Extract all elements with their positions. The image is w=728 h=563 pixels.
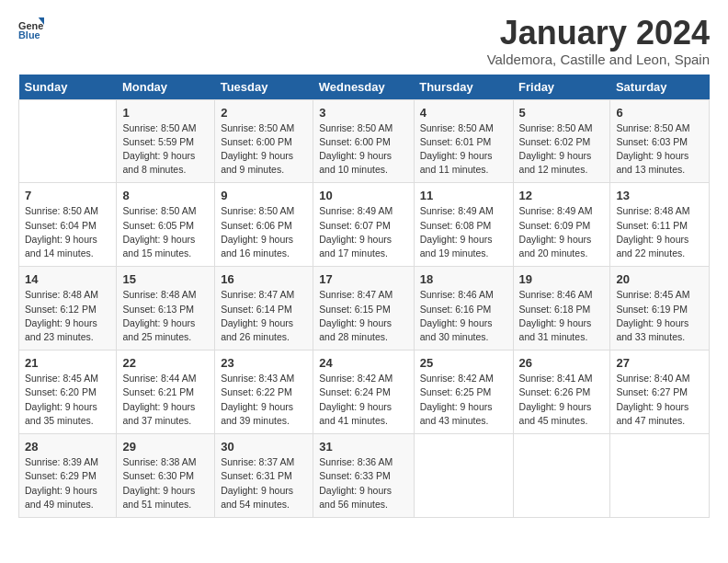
day-number: 18 — [420, 272, 507, 286]
day-info: Sunrise: 8:50 AMSunset: 6:02 PMDaylight:… — [519, 121, 605, 178]
calendar-cell: 22Sunrise: 8:44 AMSunset: 6:21 PMDayligh… — [117, 350, 215, 434]
header-day-friday: Friday — [513, 75, 610, 100]
day-number: 17 — [319, 272, 407, 286]
header-day-tuesday: Tuesday — [215, 75, 313, 100]
day-number: 14 — [25, 272, 110, 286]
day-number: 22 — [122, 356, 209, 370]
day-number: 31 — [319, 440, 407, 454]
day-info: Sunrise: 8:50 AMSunset: 6:06 PMDaylight:… — [221, 204, 307, 260]
day-number: 21 — [25, 356, 110, 370]
calendar-cell: 31Sunrise: 8:36 AMSunset: 6:33 PMDayligh… — [313, 434, 414, 518]
day-number: 16 — [221, 272, 307, 286]
day-number: 26 — [519, 356, 605, 370]
calendar-cell: 14Sunrise: 8:48 AMSunset: 6:12 PMDayligh… — [19, 267, 117, 350]
calendar-cell: 18Sunrise: 8:46 AMSunset: 6:16 PMDayligh… — [414, 267, 513, 350]
calendar-cell: 9Sunrise: 8:50 AMSunset: 6:06 PMDaylight… — [215, 183, 313, 267]
day-info: Sunrise: 8:50 AMSunset: 6:03 PMDaylight:… — [616, 121, 703, 178]
calendar-cell — [513, 434, 610, 518]
calendar-cell — [610, 434, 710, 518]
week-row-2: 7Sunrise: 8:50 AMSunset: 6:04 PMDaylight… — [19, 183, 710, 267]
calendar-cell: 15Sunrise: 8:48 AMSunset: 6:13 PMDayligh… — [117, 267, 215, 350]
logo-icon: General Blue — [18, 15, 44, 40]
calendar-cell: 12Sunrise: 8:49 AMSunset: 6:09 PMDayligh… — [513, 183, 610, 267]
header-row: SundayMondayTuesdayWednesdayThursdayFrid… — [19, 75, 710, 100]
day-number: 29 — [122, 440, 209, 454]
day-number: 4 — [420, 106, 507, 120]
calendar-cell: 28Sunrise: 8:39 AMSunset: 6:29 PMDayligh… — [19, 434, 117, 518]
day-number: 12 — [519, 189, 605, 202]
calendar-cell — [414, 434, 513, 518]
day-number: 11 — [420, 189, 507, 202]
calendar-cell: 16Sunrise: 8:47 AMSunset: 6:14 PMDayligh… — [215, 267, 313, 350]
calendar-cell: 20Sunrise: 8:45 AMSunset: 6:19 PMDayligh… — [610, 267, 710, 350]
calendar-cell: 13Sunrise: 8:48 AMSunset: 6:11 PMDayligh… — [610, 183, 710, 267]
day-number: 25 — [420, 356, 507, 370]
calendar-cell: 4Sunrise: 8:50 AMSunset: 6:01 PMDaylight… — [414, 99, 513, 183]
day-info: Sunrise: 8:48 AMSunset: 6:12 PMDaylight:… — [25, 288, 110, 344]
day-number: 1 — [122, 106, 209, 120]
calendar-cell: 26Sunrise: 8:41 AMSunset: 6:26 PMDayligh… — [513, 350, 610, 434]
calendar-cell: 11Sunrise: 8:49 AMSunset: 6:08 PMDayligh… — [414, 183, 513, 267]
day-number: 15 — [122, 272, 209, 286]
calendar-cell: 23Sunrise: 8:43 AMSunset: 6:22 PMDayligh… — [215, 350, 313, 434]
calendar-cell: 25Sunrise: 8:42 AMSunset: 6:25 PMDayligh… — [414, 350, 513, 434]
day-info: Sunrise: 8:36 AMSunset: 6:33 PMDaylight:… — [319, 455, 407, 511]
header-day-monday: Monday — [117, 75, 215, 100]
calendar-body: 1Sunrise: 8:50 AMSunset: 5:59 PMDaylight… — [19, 99, 710, 517]
header-day-wednesday: Wednesday — [313, 75, 414, 100]
day-number: 10 — [319, 189, 407, 202]
calendar-cell: 17Sunrise: 8:47 AMSunset: 6:15 PMDayligh… — [313, 267, 414, 350]
day-info: Sunrise: 8:47 AMSunset: 6:15 PMDaylight:… — [319, 288, 407, 344]
day-info: Sunrise: 8:48 AMSunset: 6:13 PMDaylight:… — [122, 288, 209, 344]
calendar-header: SundayMondayTuesdayWednesdayThursdayFrid… — [19, 75, 710, 100]
calendar-cell — [19, 99, 117, 183]
calendar-cell: 30Sunrise: 8:37 AMSunset: 6:31 PMDayligh… — [215, 434, 313, 518]
day-info: Sunrise: 8:42 AMSunset: 6:24 PMDaylight:… — [319, 372, 407, 428]
day-info: Sunrise: 8:50 AMSunset: 6:00 PMDaylight:… — [319, 121, 407, 178]
calendar-cell: 24Sunrise: 8:42 AMSunset: 6:24 PMDayligh… — [313, 350, 414, 434]
day-info: Sunrise: 8:50 AMSunset: 6:05 PMDaylight:… — [122, 204, 209, 260]
calendar-cell: 7Sunrise: 8:50 AMSunset: 6:04 PMDaylight… — [19, 183, 117, 267]
calendar-cell: 19Sunrise: 8:46 AMSunset: 6:18 PMDayligh… — [513, 267, 610, 350]
header-day-sunday: Sunday — [19, 75, 117, 100]
title-block: January 2024 Valdemora, Castille and Leo… — [487, 15, 710, 67]
day-number: 8 — [122, 189, 209, 202]
day-number: 23 — [221, 356, 307, 370]
day-number: 5 — [519, 106, 605, 120]
day-info: Sunrise: 8:50 AMSunset: 6:00 PMDaylight:… — [221, 121, 307, 178]
header-day-saturday: Saturday — [610, 75, 710, 100]
week-row-3: 14Sunrise: 8:48 AMSunset: 6:12 PMDayligh… — [19, 267, 710, 350]
day-info: Sunrise: 8:49 AMSunset: 6:08 PMDaylight:… — [420, 204, 507, 260]
day-info: Sunrise: 8:42 AMSunset: 6:25 PMDaylight:… — [420, 372, 507, 428]
calendar-cell: 1Sunrise: 8:50 AMSunset: 5:59 PMDaylight… — [117, 99, 215, 183]
day-info: Sunrise: 8:50 AMSunset: 6:01 PMDaylight:… — [420, 121, 507, 178]
calendar-cell: 8Sunrise: 8:50 AMSunset: 6:05 PMDaylight… — [117, 183, 215, 267]
day-info: Sunrise: 8:49 AMSunset: 6:07 PMDaylight:… — [319, 204, 407, 260]
day-number: 28 — [25, 440, 110, 454]
day-info: Sunrise: 8:45 AMSunset: 6:19 PMDaylight:… — [616, 288, 703, 344]
calendar-cell: 6Sunrise: 8:50 AMSunset: 6:03 PMDaylight… — [610, 99, 710, 183]
day-number: 24 — [319, 356, 407, 370]
day-info: Sunrise: 8:46 AMSunset: 6:16 PMDaylight:… — [420, 288, 507, 344]
day-number: 30 — [221, 440, 307, 454]
logo: General Blue — [18, 15, 44, 40]
calendar-cell: 21Sunrise: 8:45 AMSunset: 6:20 PMDayligh… — [19, 350, 117, 434]
day-info: Sunrise: 8:41 AMSunset: 6:26 PMDaylight:… — [519, 372, 605, 428]
main-title: January 2024 — [487, 15, 710, 52]
day-number: 3 — [319, 106, 407, 120]
week-row-5: 28Sunrise: 8:39 AMSunset: 6:29 PMDayligh… — [19, 434, 710, 518]
calendar-cell: 2Sunrise: 8:50 AMSunset: 6:00 PMDaylight… — [215, 99, 313, 183]
day-info: Sunrise: 8:46 AMSunset: 6:18 PMDaylight:… — [519, 288, 605, 344]
svg-text:Blue: Blue — [18, 29, 40, 40]
day-info: Sunrise: 8:45 AMSunset: 6:20 PMDaylight:… — [25, 372, 110, 428]
day-number: 6 — [616, 106, 703, 120]
day-number: 19 — [519, 272, 605, 286]
calendar-cell: 3Sunrise: 8:50 AMSunset: 6:00 PMDaylight… — [313, 99, 414, 183]
day-number: 9 — [221, 189, 307, 202]
calendar-cell: 5Sunrise: 8:50 AMSunset: 6:02 PMDaylight… — [513, 99, 610, 183]
day-number: 27 — [616, 356, 703, 370]
day-info: Sunrise: 8:37 AMSunset: 6:31 PMDaylight:… — [221, 455, 307, 511]
day-info: Sunrise: 8:43 AMSunset: 6:22 PMDaylight:… — [221, 372, 307, 428]
day-info: Sunrise: 8:50 AMSunset: 6:04 PMDaylight:… — [25, 204, 110, 260]
day-info: Sunrise: 8:48 AMSunset: 6:11 PMDaylight:… — [616, 204, 703, 260]
